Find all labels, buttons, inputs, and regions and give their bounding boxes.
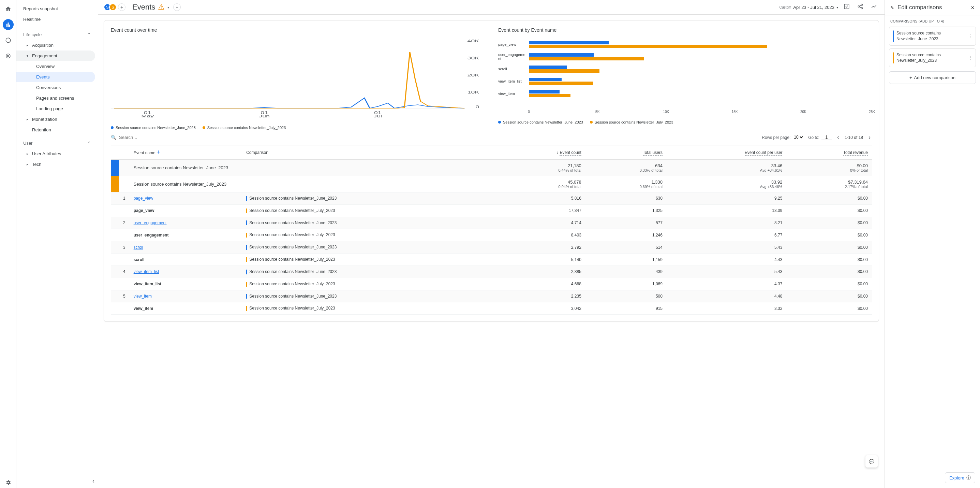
customize-icon[interactable] [842, 3, 852, 11]
edit-comparisons-panel: ✎ Edit comparisons ✕ COMPARISONS (ADD UP… [885, 0, 980, 488]
xtick-jul: 01Jul [373, 111, 382, 118]
bar-row: scroll [498, 63, 872, 75]
comparison-card-1[interactable]: Session source contains Newsletter_June_… [889, 27, 976, 46]
next-page-icon[interactable]: › [867, 134, 872, 141]
add-comparison-button[interactable]: + Add new comparison [889, 71, 976, 84]
bar-label: scroll [498, 67, 529, 71]
summary-comp: Session source contains Newsletter_July_… [130, 176, 500, 193]
sub-overview[interactable]: Overview [16, 61, 95, 72]
sidebar-realtime[interactable]: Realtime [16, 14, 98, 25]
insights-icon[interactable] [869, 3, 879, 11]
col-revenue[interactable]: Total revenue [843, 150, 868, 156]
section-user[interactable]: User ⌃ [16, 138, 98, 148]
comparison-card-2[interactable]: Session source contains Newsletter_July_… [889, 48, 976, 68]
rows-per-select[interactable]: 10 [792, 134, 804, 140]
col-event[interactable]: Event name [134, 150, 156, 155]
col-event-count[interactable]: Event count [560, 150, 581, 156]
explore-button[interactable]: Explore ⓘ [945, 472, 975, 483]
gear-icon[interactable] [3, 477, 14, 488]
row-num [119, 254, 130, 266]
goto-input[interactable] [821, 135, 832, 140]
close-icon[interactable]: ✕ [971, 5, 975, 10]
svg-rect-3 [844, 4, 849, 9]
row-event: user_engagement [130, 217, 242, 229]
svg-point-6 [861, 8, 863, 9]
nav-acquisition[interactable]: ▸Acquisition [16, 40, 95, 51]
row-rev: $0.00 [786, 241, 872, 254]
ads-icon[interactable] [3, 51, 14, 61]
search-input[interactable] [119, 135, 187, 140]
event-link[interactable]: user_engagement [134, 220, 167, 225]
events-table: Event name + Comparison ↓ Event count To… [111, 145, 872, 315]
row-num: 3 [119, 241, 130, 254]
add-comparison-chip[interactable]: + [118, 3, 126, 11]
row-rev: $0.00 [786, 204, 872, 217]
chevron-down-icon[interactable]: ▾ [167, 5, 169, 9]
event-link[interactable]: view_item_list [134, 269, 159, 274]
legend-june: Session source contains Newsletter_June_… [111, 126, 196, 130]
feedback-icon[interactable]: 💬 [865, 455, 878, 467]
more-icon[interactable]: ⋮ [968, 55, 972, 60]
summary-comp: Session source contains Newsletter_June_… [130, 160, 500, 176]
section-life-cycle[interactable]: Life cycle ⌃ [16, 29, 98, 40]
nav-monetization[interactable]: ▸Monetization [16, 114, 95, 124]
nav-retention[interactable]: Retention [16, 124, 95, 135]
caret-right-icon: ▸ [27, 152, 32, 156]
sub-pages[interactable]: Pages and screens [16, 93, 95, 104]
row-ec: 8,403 [500, 229, 585, 241]
row-event: user_engagement [130, 229, 242, 241]
prev-page-icon[interactable]: ‹ [836, 134, 840, 141]
share-icon[interactable] [855, 3, 865, 11]
nav-engagement[interactable]: ▾Engagement [16, 51, 95, 61]
event-link[interactable]: view_item [134, 294, 152, 298]
bar [529, 45, 767, 48]
date-range-picker[interactable]: Custom Apr 23 - Jul 21, 2023 ▾ [780, 5, 838, 10]
nav-tech[interactable]: ▸Tech [16, 159, 95, 170]
date-range-text: Apr 23 - Jul 21, 2023 [793, 5, 834, 10]
chevron-down-icon: ▾ [837, 5, 838, 9]
bar [529, 90, 560, 94]
warning-icon[interactable]: ⚠ [158, 3, 165, 11]
sidebar-reports-snapshot[interactable]: Reports snapshot [16, 3, 98, 14]
topbar: S S + Events ⚠ ▾ + Custom Apr 23 - Jul 2… [98, 0, 885, 15]
event-link[interactable]: scroll [134, 245, 143, 250]
summary-ecpu: 33.46Avg +34.61% [667, 160, 786, 176]
row-stripe [111, 290, 119, 302]
icon-rail [0, 0, 16, 488]
sub-landing[interactable]: Landing page [16, 104, 95, 114]
nav-retention-label: Retention [32, 127, 51, 132]
bar-label: user_engagement [498, 53, 529, 61]
row-comp: Session source contains Newsletter_July_… [242, 254, 499, 266]
home-icon[interactable] [3, 3, 14, 14]
chip-comparison-2[interactable]: S [109, 3, 117, 11]
col-ecpu[interactable]: Event count per user [745, 150, 783, 156]
line-chart-col: Event count over time 40K 30K 20K 10K 0 [111, 27, 485, 130]
sub-conversions[interactable]: Conversions [16, 82, 95, 93]
collapse-sidebar-icon[interactable]: ‹ [92, 477, 94, 485]
row-comp: Session source contains Newsletter_July_… [242, 302, 499, 315]
sub-events[interactable]: Events [16, 72, 95, 82]
table-row: page_view Session source contains Newsle… [111, 204, 872, 217]
reports-icon[interactable] [3, 19, 14, 30]
legend-july-bar-label: Session source contains Newsletter_July_… [595, 120, 673, 124]
ytick-40k: 40K [468, 39, 480, 43]
row-ec: 2,385 [500, 265, 585, 278]
bar-label: view_item_list [498, 79, 529, 83]
add-dimension-icon[interactable]: + [156, 149, 160, 156]
more-icon[interactable]: ⋮ [968, 34, 972, 38]
row-event: view_item [130, 290, 242, 302]
row-stripe [111, 160, 119, 176]
col-comparison[interactable]: Comparison [246, 150, 268, 155]
summary-row: Session source contains Newsletter_June_… [111, 160, 872, 176]
nav-user-attrs[interactable]: ▸User Attributes [16, 148, 95, 159]
row-stripe [111, 204, 119, 217]
event-link[interactable]: page_view [134, 196, 153, 201]
bar-row: page_view [498, 38, 872, 51]
page-info: 1-10 of 18 [845, 135, 863, 140]
explore-icon[interactable] [3, 35, 14, 46]
add-card-button[interactable]: + [173, 3, 181, 11]
row-tu: 1,246 [585, 229, 667, 241]
col-total-users[interactable]: Total users [643, 150, 663, 156]
bar-xtick: 0 [528, 110, 530, 114]
date-range-custom-label: Custom [780, 5, 791, 9]
